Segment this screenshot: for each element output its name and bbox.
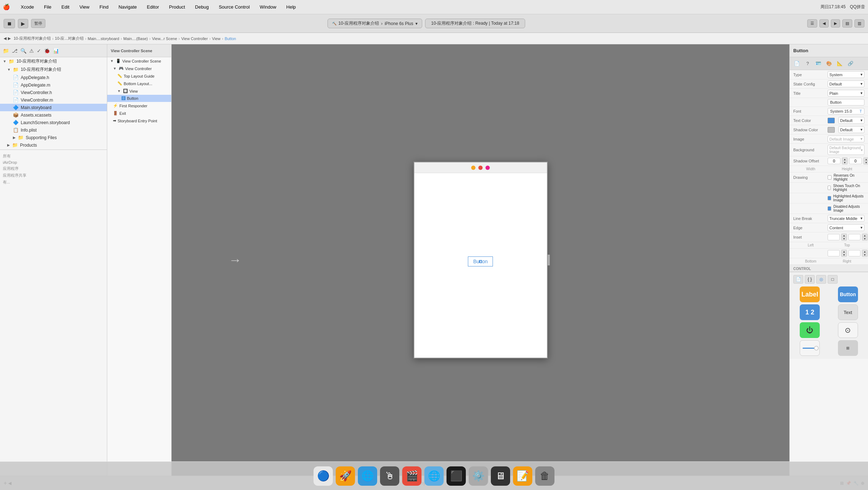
size-inspector-btn[interactable]: 📐 bbox=[835, 59, 844, 68]
shadow-color-swatch[interactable] bbox=[828, 127, 835, 133]
test-icon[interactable]: ✓ bbox=[37, 48, 41, 54]
ib-stepper-down[interactable]: ▼ bbox=[842, 253, 847, 256]
pause-button[interactable]: 暂停 bbox=[31, 19, 45, 28]
report-icon[interactable]: 📊 bbox=[53, 48, 59, 54]
inset-right-input[interactable] bbox=[848, 250, 860, 256]
shows-touch-checkbox[interactable] bbox=[828, 186, 831, 190]
stepper-up[interactable]: ▲ bbox=[842, 158, 847, 161]
image-select[interactable]: Default Image ▾ bbox=[828, 136, 864, 142]
canvas-area[interactable]: → bbox=[172, 44, 789, 476]
dock-prefs[interactable]: ⚙️ bbox=[469, 466, 488, 486]
sidebar-item-infoplist[interactable]: 📋 Info.plist bbox=[0, 126, 107, 134]
scene-item-button[interactable]: 🅱 Button bbox=[107, 95, 171, 102]
dock-terminal[interactable]: ⬛ bbox=[447, 466, 466, 486]
title-select[interactable]: Plain ▾ bbox=[828, 90, 864, 97]
project-root[interactable]: ▼ 📁 10-应用程序对象介绍 bbox=[0, 57, 107, 65]
widget-stepper-item[interactable]: ⊞ bbox=[830, 340, 866, 356]
sidebar-item-appdelegate-h[interactable]: 📄 AppDelegate.h bbox=[0, 74, 107, 81]
sidebar-item-main-storyboard[interactable]: 🔷 Main.storyboard bbox=[0, 104, 107, 111]
wl-icon-box[interactable]: □ bbox=[828, 275, 838, 284]
wl-icon-circle[interactable]: ◎ bbox=[816, 275, 826, 284]
menu-debug[interactable]: Debug bbox=[193, 4, 211, 10]
reverses-checkbox[interactable] bbox=[828, 175, 832, 180]
utility-btn[interactable]: ▥ bbox=[854, 19, 864, 28]
menu-editor[interactable]: Editor bbox=[145, 4, 161, 10]
debug-icon[interactable]: 🐞 bbox=[44, 48, 50, 54]
shadow-height-input[interactable] bbox=[849, 158, 862, 164]
font-edit-btn[interactable]: T bbox=[859, 109, 862, 113]
shadow-width-input[interactable] bbox=[828, 158, 840, 164]
breadcrumb-item-4[interactable]: View...r Scene bbox=[152, 36, 177, 41]
search-icon[interactable]: 🔍 bbox=[20, 48, 26, 54]
text-color-swatch[interactable] bbox=[828, 118, 835, 123]
project-group[interactable]: ▼ 📁 10-应用程序对象介绍 bbox=[0, 65, 107, 74]
shadow-width-stepper[interactable]: ▲ ▼ bbox=[842, 157, 848, 165]
breadcrumb-item-1[interactable]: 10-应...对象介绍 bbox=[55, 36, 84, 41]
state-config-select[interactable]: Default ▾ bbox=[828, 80, 864, 87]
sidebar-item-launchscreen[interactable]: 🔷 LaunchScreen.storyboard bbox=[0, 119, 107, 126]
breadcrumb-item-3[interactable]: Main....(Base) bbox=[123, 36, 148, 41]
breadcrumb-item-6[interactable]: View bbox=[212, 36, 221, 41]
widget-slider-item[interactable] bbox=[792, 340, 828, 356]
it-stepper-down[interactable]: ▼ bbox=[862, 237, 867, 240]
menu-product[interactable]: Product bbox=[167, 4, 187, 10]
scene-item-view[interactable]: ▼ 🔲 View bbox=[107, 87, 171, 95]
stepper-down-h[interactable]: ▼ bbox=[864, 161, 868, 164]
menu-help[interactable]: Help bbox=[284, 4, 298, 10]
menu-file[interactable]: File bbox=[42, 4, 54, 10]
background-select[interactable]: Default Background Image ▾ bbox=[828, 145, 864, 155]
view-toggle-btn[interactable]: ☰ bbox=[807, 19, 817, 28]
dock-finder[interactable]: 🔵 bbox=[314, 466, 333, 486]
widget-segmented-item[interactable]: 1 2 bbox=[792, 304, 828, 320]
help-btn[interactable]: ? bbox=[803, 59, 812, 68]
sidebar-bottom-item-0[interactable]: 所有 bbox=[3, 153, 104, 159]
breadcrumb-item-0[interactable]: 10-应用程序对象介绍 bbox=[14, 36, 51, 41]
widget-toggle-item[interactable]: ⏻ bbox=[792, 322, 828, 338]
breadcrumb-nav-back[interactable]: ◀ bbox=[4, 36, 6, 41]
il-stepper-down[interactable]: ▼ bbox=[842, 237, 847, 240]
it-stepper-up[interactable]: ▲ bbox=[862, 234, 867, 237]
sidebar-item-viewcontroller-h[interactable]: 📄 ViewController.h bbox=[0, 89, 107, 96]
widget-label-item[interactable]: Label bbox=[792, 286, 828, 302]
breadcrumb-item-7[interactable]: Button bbox=[225, 36, 236, 41]
git-icon[interactable]: ⎇ bbox=[12, 48, 18, 54]
scene-item-exit[interactable]: 🚪 Exit bbox=[107, 109, 171, 117]
breadcrumb-item-5[interactable]: View Controller bbox=[181, 36, 208, 41]
widget-spinner-item[interactable]: ⊙ bbox=[830, 322, 866, 338]
disabled-checkbox[interactable] bbox=[828, 206, 831, 211]
menu-xcode[interactable]: Xcode bbox=[19, 4, 36, 10]
sidebar-item-appdelegate-m[interactable]: 📄 AppDelegate.m bbox=[0, 81, 107, 89]
shadow-height-stepper[interactable]: ▲ ▼ bbox=[863, 157, 868, 165]
ir-stepper-down[interactable]: ▼ bbox=[862, 253, 867, 256]
stop-button[interactable]: ⏹ bbox=[4, 19, 15, 28]
scene-item-storyboard-entry[interactable]: ➡ Storyboard Entry Point bbox=[107, 117, 171, 124]
dock-video[interactable]: 🎬 bbox=[402, 466, 421, 486]
breadcrumb-item-2[interactable]: Main....storyboard bbox=[88, 36, 119, 41]
menu-find[interactable]: Find bbox=[97, 4, 110, 10]
breadcrumb-nav-forward[interactable]: ▶ bbox=[8, 36, 11, 41]
scene-item-top-layout[interactable]: 📏 Top Layout Guide bbox=[107, 72, 171, 80]
layout-btn[interactable]: ▶ bbox=[831, 19, 840, 28]
sidebar-bottom-item-3[interactable]: 应用程序共享 bbox=[3, 173, 104, 178]
file-inspector-btn[interactable]: 📄 bbox=[793, 59, 801, 68]
dock-safari[interactable]: 🌐 bbox=[358, 466, 377, 486]
warning-icon[interactable]: ⚠ bbox=[29, 48, 34, 54]
dock-monitor[interactable]: 🖥 bbox=[491, 466, 510, 486]
connections-inspector-btn[interactable]: 🔗 bbox=[846, 59, 855, 68]
ir-stepper-up[interactable]: ▲ bbox=[862, 250, 867, 253]
inset-bottom-input[interactable] bbox=[828, 250, 840, 256]
sidebar-bottom-item-4[interactable]: 有... bbox=[3, 180, 104, 185]
stepper-up-h[interactable]: ▲ bbox=[864, 158, 868, 161]
dock-mouse[interactable]: 🖱 bbox=[380, 466, 399, 486]
identity-inspector-btn[interactable]: 🪪 bbox=[814, 59, 823, 68]
apple-menu-icon[interactable]: 🍎 bbox=[3, 4, 10, 10]
menubar-input-method[interactable]: QQ拼音 bbox=[850, 4, 865, 10]
inset-bottom-stepper[interactable]: ▲ ▼ bbox=[841, 250, 847, 257]
menu-edit[interactable]: Edit bbox=[59, 4, 71, 10]
wl-icon-document[interactable]: 📄 bbox=[793, 275, 803, 284]
sidebar-bottom-item-1[interactable]: iAirDrop bbox=[3, 160, 104, 165]
dock-trash[interactable]: 🗑 bbox=[535, 466, 554, 486]
menu-view[interactable]: View bbox=[77, 4, 92, 10]
navigator-btn[interactable]: ◀ bbox=[819, 19, 829, 28]
scene-item-vc[interactable]: ▼ 🎮 View Controller bbox=[107, 65, 171, 72]
